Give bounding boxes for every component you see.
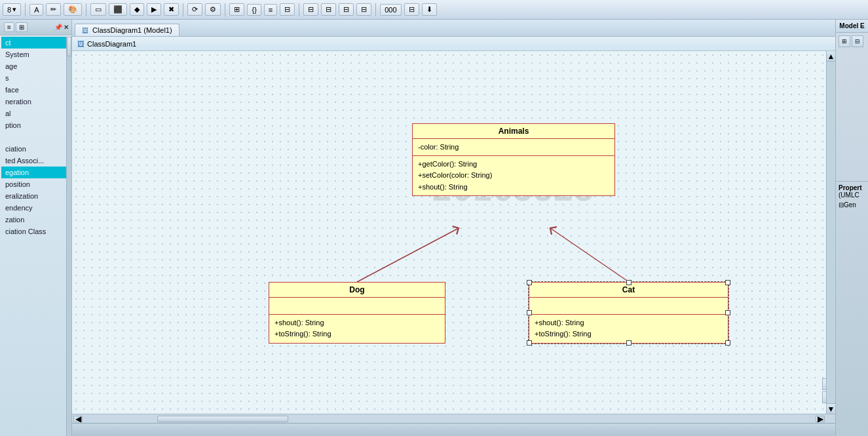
properties-title: Propert	[839, 184, 865, 191]
sidebar-item-eralization[interactable]: eralization	[1, 190, 70, 202]
sidebar-item-ct[interactable]: ct	[1, 37, 70, 49]
vertical-scrollbar[interactable]: ▲ ▼	[826, 51, 835, 414]
uml-class-animals[interactable]: Animals -color: String +getColor(): Stri…	[412, 123, 615, 196]
rounded-rect-button[interactable]: ⬛	[109, 3, 127, 16]
right-panel-expand-icon[interactable]: ⊞	[839, 35, 850, 47]
tab-diagram-icon: 🖼	[82, 27, 88, 34]
table-button[interactable]: ⊟	[280, 3, 295, 16]
arrows-svg	[72, 51, 835, 414]
tab-bar: 🖼 ClassDiagram1 (Model1)	[72, 20, 835, 37]
scrollbar-thumb-h[interactable]	[157, 416, 288, 422]
shape-button[interactable]: ◆	[130, 3, 144, 16]
right-panel: Model E ⊞ ⊟ Propert (UMLC ⊟ Gen	[835, 20, 868, 436]
sidebar-item-ciation[interactable]: ciation	[1, 143, 70, 155]
uml-class-dog[interactable]: Dog +shout(): String +toString(): String	[269, 282, 445, 344]
code-button[interactable]: {}	[247, 4, 261, 16]
selection-handle-tr[interactable]	[725, 280, 730, 285]
delete-button[interactable]: ✖	[164, 3, 179, 16]
selection-handle-ml[interactable]	[527, 310, 532, 315]
expand-icon: ⊟	[839, 201, 844, 208]
sidebar-item-endency[interactable]: endency	[1, 202, 70, 214]
sidebar-item-ted-associ[interactable]: ted Associ...	[1, 155, 70, 167]
expand-button[interactable]: ⊟	[404, 3, 419, 16]
uml-class-dog-header: Dog	[269, 283, 445, 298]
toolbar-separator-1	[25, 3, 26, 16]
sidebar-item-zation[interactable]: zation	[1, 214, 70, 226]
left-panel-header: ≡ ⊞ 📌 ✕	[0, 20, 71, 35]
align-right-button[interactable]: ⊟	[321, 3, 336, 16]
main-layout: ≡ ⊞ 📌 ✕ ct System age s face neration al…	[0, 20, 868, 436]
number-button[interactable]: 000	[380, 4, 401, 16]
italic-button[interactable]: ✏	[46, 3, 61, 16]
align-top-button[interactable]: ⊟	[339, 3, 354, 16]
scrollbar-thumb[interactable]	[67, 37, 71, 56]
properties-section: Propert (UMLC ⊟ Gen	[836, 181, 868, 211]
uml-class-dog-methods: +shout(): String +toString(): String	[269, 315, 445, 343]
selection-handle-tl[interactable]	[527, 280, 532, 285]
font-size-selector[interactable]: 8 ▾	[3, 3, 21, 16]
play-button[interactable]: ▶	[147, 3, 161, 16]
left-panel-content: ct System age s face neration al ption c…	[0, 35, 71, 436]
toolbar: 8 ▾ A ✏ 🎨 ▭ ⬛ ◆ ▶ ✖ ⟳ ⚙ ⊞ {} ≡ ⊟ ⊟ ⊟ ⊟ ⊟…	[0, 0, 868, 20]
selection-handle-bm[interactable]	[626, 340, 632, 346]
refresh-button[interactable]: ⟳	[187, 3, 202, 16]
bold-button[interactable]: A	[29, 4, 43, 16]
right-panel-title: Model E	[839, 22, 864, 30]
breadcrumb-path: ClassDiagram1	[87, 40, 136, 48]
uml-class-cat[interactable]: Cat +shout(): String +toString(): String	[529, 282, 728, 344]
selection-handle-mr[interactable]	[725, 310, 730, 315]
list-button[interactable]: ≡	[264, 4, 277, 16]
selection-handle-br[interactable]	[725, 340, 730, 346]
sidebar-item-face[interactable]: face	[1, 84, 70, 96]
toolbar-separator-4	[225, 3, 225, 16]
tab-label: ClassDiagram1 (Model1)	[92, 26, 172, 34]
left-panel: ≡ ⊞ 📌 ✕ ct System age s face neration al…	[0, 20, 72, 436]
align-bottom-button[interactable]: ⊟	[356, 3, 371, 16]
rect-button[interactable]: ▭	[90, 3, 106, 16]
uml-class-animals-methods: +getColor(): String +setColor(color: Str…	[413, 156, 614, 196]
grid-button[interactable]: ⊞	[229, 3, 244, 16]
settings-button[interactable]: ⚙	[205, 3, 221, 16]
toolbar-separator-6	[375, 3, 376, 16]
sidebar-item-neration[interactable]: neration	[1, 96, 70, 108]
selection-handle-tm[interactable]	[626, 280, 632, 285]
pin-icon[interactable]: 📌	[54, 24, 62, 31]
close-icon[interactable]: ✕	[64, 24, 69, 31]
scroll-left-button[interactable]: ◀	[73, 416, 83, 422]
sidebar-item-age[interactable]: age	[1, 60, 70, 72]
right-panel-collapse-icon[interactable]: ⊟	[852, 35, 863, 47]
panel-tab-grid[interactable]: ⊞	[16, 22, 28, 32]
panel-tab-list[interactable]: ≡	[4, 22, 14, 32]
uml-class-animals-attributes: -color: String	[413, 139, 614, 156]
right-panel-header: Model E	[836, 20, 868, 33]
general-label: Gen	[844, 201, 856, 208]
fill-button[interactable]: 🎨	[64, 3, 82, 16]
diagram-tab[interactable]: 🖼 ClassDiagram1 (Model1)	[75, 24, 179, 36]
sidebar-item-al[interactable]: al	[1, 108, 70, 119]
uml-label: (UMLC	[839, 191, 865, 199]
sidebar-item-egation[interactable]: egation	[1, 167, 70, 178]
general-section[interactable]: ⊟ Gen	[839, 201, 865, 208]
diagram-canvas[interactable]: 20165323 Animals -color: String	[72, 51, 835, 414]
horizontal-scrollbar[interactable]: ◀ ▶	[72, 414, 835, 423]
left-panel-scrollbar[interactable]	[66, 37, 71, 436]
sidebar-item-ciation-class[interactable]: ciation Class	[1, 226, 70, 237]
sidebar-item-empty[interactable]	[1, 131, 70, 143]
uml-class-dog-attributes	[269, 298, 445, 315]
scroll-down-button[interactable]: ▼	[827, 403, 835, 414]
uml-class-cat-attributes	[529, 298, 728, 315]
toolbar-separator-3	[183, 3, 183, 16]
sidebar-item-s[interactable]: s	[1, 72, 70, 84]
font-size-value: 8	[7, 6, 11, 14]
breadcrumb: 🖼 ClassDiagram1	[72, 37, 835, 51]
sidebar-item-ption[interactable]: ption	[1, 119, 70, 131]
align-left-button[interactable]: ⊟	[303, 3, 318, 16]
status-bar	[72, 423, 835, 436]
toolbar-separator-5	[299, 3, 299, 16]
sidebar-item-position[interactable]: position	[1, 178, 70, 190]
scroll-up-button[interactable]: ▲	[827, 51, 835, 62]
collapse-button[interactable]: ⬇	[422, 3, 437, 16]
sidebar-item-system[interactable]: System	[1, 49, 70, 60]
scroll-right-button[interactable]: ▶	[816, 416, 825, 422]
selection-handle-bl[interactable]	[527, 340, 532, 346]
